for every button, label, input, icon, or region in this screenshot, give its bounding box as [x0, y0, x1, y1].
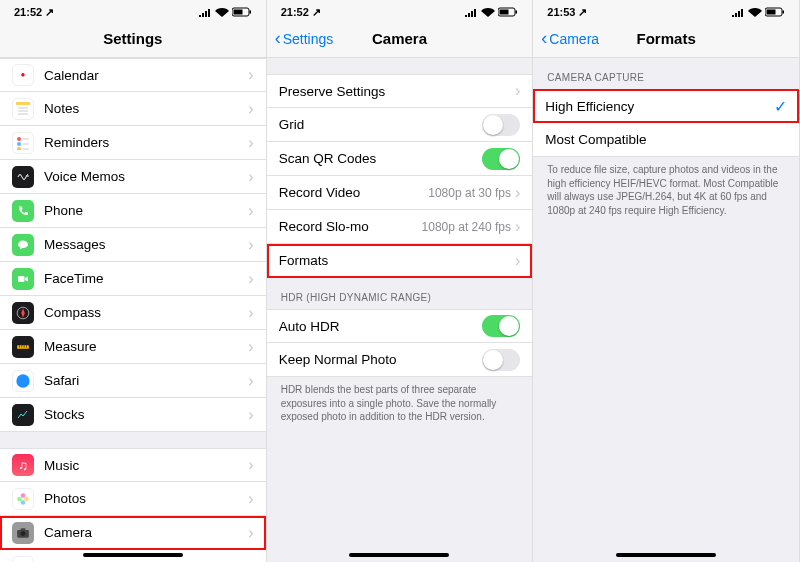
back-button[interactable]: ‹Settings: [275, 28, 334, 49]
camera-row-grid[interactable]: Grid: [267, 108, 533, 142]
formats-footer-text: To reduce file size, capture photos and …: [533, 157, 799, 229]
row-label: Auto HDR: [279, 319, 483, 334]
format-option-high-efficiency[interactable]: High Efficiency✓: [533, 89, 799, 123]
settings-item-label: Notes: [44, 101, 248, 116]
chevron-right-icon: ›: [248, 236, 253, 254]
toggle-switch[interactable]: [482, 315, 520, 337]
back-label: Settings: [283, 31, 334, 47]
chevron-right-icon: ›: [248, 456, 253, 474]
chevron-right-icon: ›: [515, 218, 520, 236]
settings-item-label: Compass: [44, 305, 248, 320]
settings-item-label: Reminders: [44, 135, 248, 150]
back-button[interactable]: ‹Camera: [541, 28, 599, 49]
svg-rect-27: [21, 528, 26, 530]
chevron-right-icon: ›: [248, 270, 253, 288]
toggle-switch[interactable]: [482, 114, 520, 136]
camera-row-keep-normal-photo[interactable]: Keep Normal Photo: [267, 343, 533, 377]
home-indicator[interactable]: [616, 553, 716, 557]
camera-row-scan-qr-codes[interactable]: Scan QR Codes: [267, 142, 533, 176]
row-label: Most Compatible: [545, 132, 787, 147]
settings-item-label: Camera: [44, 525, 248, 540]
settings-item-stocks[interactable]: Stocks›: [0, 398, 266, 432]
svg-point-24: [17, 496, 22, 501]
row-detail: 1080p at 240 fps: [422, 220, 511, 234]
nav-bar: ‹Settings Camera: [267, 20, 533, 58]
chevron-right-icon: ›: [515, 252, 520, 270]
chevron-right-icon: ›: [248, 406, 253, 424]
settings-item-messages[interactable]: Messages›: [0, 228, 266, 262]
photos-icon: [12, 488, 34, 510]
phone-icon: [12, 200, 34, 222]
page-title: Settings: [103, 30, 162, 47]
svg-rect-3: [16, 102, 30, 105]
nav-bar: ‹Camera Formats: [533, 20, 799, 58]
toggle-switch[interactable]: [482, 148, 520, 170]
settings-list[interactable]: ●Calendar›Notes›Reminders›Voice Memos›Ph…: [0, 58, 266, 562]
camera-panel: 21:52↗ ‹Settings Camera Preserve Setting…: [267, 0, 534, 562]
music-icon: ♫: [12, 454, 34, 476]
settings-item-measure[interactable]: Measure›: [0, 330, 266, 364]
settings-item-label: Photos: [44, 491, 248, 506]
settings-item-music[interactable]: ♫Music›: [0, 448, 266, 482]
settings-item-label: Phone: [44, 203, 248, 218]
facetime-icon: [12, 268, 34, 290]
status-time: 21:52: [281, 6, 309, 18]
home-indicator[interactable]: [83, 553, 183, 557]
settings-item-label: FaceTime: [44, 271, 248, 286]
settings-item-camera[interactable]: Camera›: [0, 516, 266, 550]
svg-point-8: [17, 142, 21, 146]
svg-rect-32: [500, 10, 509, 15]
nav-bar: Settings: [0, 20, 266, 58]
voice-icon: [12, 166, 34, 188]
row-detail: 1080p at 30 fps: [428, 186, 511, 200]
settings-item-compass[interactable]: Compass›: [0, 296, 266, 330]
settings-item-facetime[interactable]: FaceTime›: [0, 262, 266, 296]
settings-item-label: Safari: [44, 373, 248, 388]
svg-rect-33: [516, 11, 518, 14]
camera-row-auto-hdr[interactable]: Auto HDR: [267, 309, 533, 343]
settings-item-calendar[interactable]: ●Calendar›: [0, 58, 266, 92]
row-label: Record Video: [279, 185, 429, 200]
svg-point-9: [17, 147, 21, 150]
settings-item-notes[interactable]: Notes›: [0, 92, 266, 126]
camera-row-formats[interactable]: Formats›: [267, 244, 533, 278]
settings-item-label: Stocks: [44, 407, 248, 422]
settings-item-label: Music: [44, 458, 248, 473]
gamecenter-icon: [12, 556, 34, 563]
row-label: Grid: [279, 117, 483, 132]
chevron-left-icon: ‹: [275, 28, 281, 49]
back-label: Camera: [549, 31, 599, 47]
location-icon: ↗: [312, 6, 321, 19]
format-option-most-compatible[interactable]: Most Compatible: [533, 123, 799, 157]
settings-item-label: Calendar: [44, 68, 248, 83]
svg-point-23: [21, 500, 26, 505]
toggle-switch[interactable]: [482, 349, 520, 371]
camera-row-preserve-settings[interactable]: Preserve Settings›: [267, 74, 533, 108]
status-icons: [464, 7, 518, 17]
chevron-right-icon: ›: [248, 490, 253, 508]
svg-rect-36: [782, 11, 784, 14]
home-indicator[interactable]: [349, 553, 449, 557]
camera-icon: [12, 522, 34, 544]
settings-item-label: Measure: [44, 339, 248, 354]
chevron-right-icon: ›: [248, 338, 253, 356]
svg-rect-2: [249, 11, 251, 14]
settings-item-voice[interactable]: Voice Memos›: [0, 160, 266, 194]
status-icons: [198, 7, 252, 17]
row-label: High Efficiency: [545, 99, 774, 114]
camera-row-record-slo-mo[interactable]: Record Slo-mo1080p at 240 fps›: [267, 210, 533, 244]
settings-item-phone[interactable]: Phone›: [0, 194, 266, 228]
chevron-right-icon: ›: [248, 202, 253, 220]
settings-item-safari[interactable]: Safari›: [0, 364, 266, 398]
status-bar: 21:53↗: [533, 0, 799, 20]
stocks-icon: [12, 404, 34, 426]
chevron-right-icon: ›: [248, 134, 253, 152]
compass-icon: [12, 302, 34, 324]
settings-item-reminders[interactable]: Reminders›: [0, 126, 266, 160]
messages-icon: [12, 234, 34, 256]
camera-row-record-video[interactable]: Record Video1080p at 30 fps›: [267, 176, 533, 210]
settings-item-photos[interactable]: Photos›: [0, 482, 266, 516]
status-time: 21:52: [14, 6, 42, 18]
reminders-icon: [12, 132, 34, 154]
checkmark-icon: ✓: [774, 97, 787, 116]
